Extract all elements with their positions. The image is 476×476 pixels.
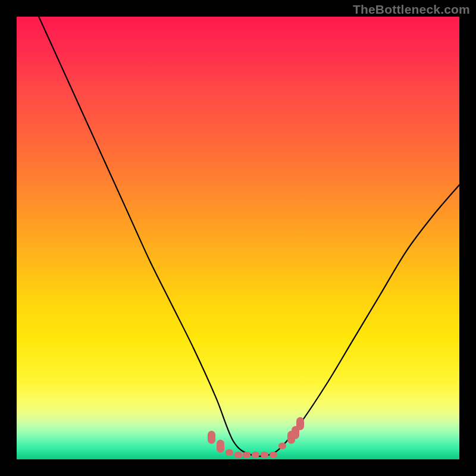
trough-marker xyxy=(261,452,268,458)
trough-marker xyxy=(252,452,259,458)
bottleneck-curve xyxy=(17,17,459,459)
chart-frame: TheBottleneck.com xyxy=(0,0,476,476)
trough-marker xyxy=(226,449,233,456)
trough-marker xyxy=(217,440,224,453)
trough-marker xyxy=(296,417,304,430)
trough-marker xyxy=(208,431,215,444)
trough-marker xyxy=(234,452,242,458)
trough-marker xyxy=(270,452,277,458)
watermark-text: TheBottleneck.com xyxy=(353,2,470,17)
plot-area xyxy=(17,17,459,459)
trough-marker xyxy=(278,443,286,449)
